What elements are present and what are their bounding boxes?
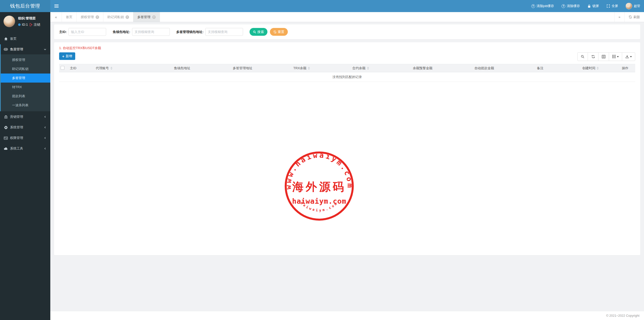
col-balance-warning: 余额预警金额: [391, 64, 454, 72]
sidebar-item-marketing[interactable]: 营销管理: [0, 112, 50, 122]
sidebar-item-permission[interactable]: 权限管理: [0, 133, 50, 143]
lock-screen-button[interactable]: 锁屏: [584, 0, 603, 12]
sidebar-toggle-button[interactable]: [50, 0, 62, 12]
tabs-scroll-right-button[interactable]: »: [614, 12, 624, 22]
sidebar: 组织:管理层 ID:1 注销 首页: [0, 12, 50, 320]
table-refresh-button[interactable]: [588, 52, 598, 61]
user-menu[interactable]: 超管: [622, 0, 644, 12]
chevron-left-icon: [44, 115, 47, 118]
sidebar-item-mnemonic[interactable]: 助记词私钥: [1, 64, 50, 74]
app-title: 钱包后台管理: [0, 0, 50, 12]
fullscreen-button[interactable]: 全屏: [603, 0, 622, 12]
col-created-time[interactable]: 创建时间: [566, 64, 615, 72]
sidebar-item-transfer-trx[interactable]: 转TRX: [1, 83, 50, 92]
refresh-icon: [591, 55, 595, 58]
columns-grid-icon: [612, 55, 616, 58]
tab-home[interactable]: 首页: [62, 12, 77, 22]
chevron-left-icon: [44, 136, 47, 139]
search-button[interactable]: 搜索: [250, 28, 267, 36]
close-icon[interactable]: ×: [126, 15, 129, 19]
user-panel: 组织:管理层 ID:1 注销: [0, 12, 50, 31]
footer: © 2021~2022 Copyright: [50, 311, 644, 320]
clear-cache-button[interactable]: ? 清除缓存: [558, 0, 584, 12]
tabs-scroll-left-button[interactable]: «: [50, 12, 62, 22]
refresh-tab-button[interactable]: 刷新: [624, 12, 644, 22]
sidebar-menu: 首页 鱼苗管理 授权管理 助记词私钥 多签管理 转TRX 提款列表 一波杀列表: [0, 34, 50, 154]
col-main-id: 主ID: [68, 64, 94, 72]
refresh-icon: [273, 30, 276, 33]
avatar: [626, 3, 632, 9]
tab-mnemonic[interactable]: 助记词私钥 ×: [103, 12, 133, 22]
sidebar-item-multisig[interactable]: 多签管理: [1, 74, 50, 83]
col-agent-account[interactable]: 代理账号: [94, 64, 152, 72]
sidebar-item-fish-management[interactable]: 鱼苗管理 授权管理 助记词私钥 多签管理 转TRX 提款列表 一波杀列表: [0, 44, 50, 111]
export-download-icon: [625, 55, 629, 58]
col-contract-balance[interactable]: 合约余额: [331, 64, 391, 72]
sort-icon: [367, 67, 369, 70]
sidebar-item-authorization[interactable]: 授权管理: [1, 55, 50, 64]
chevron-down-icon: [630, 56, 632, 57]
col-auto-withdraw: 自动提款金额: [454, 64, 514, 72]
content-panel: 1. 自动监控TRX和USDT余额 + 新增: [54, 42, 640, 255]
col-multisig-address: 多签管理地址: [212, 64, 273, 72]
col-actions: 操作: [615, 64, 635, 72]
chevron-left-icon: [44, 126, 47, 129]
fish-management-submenu: 授权管理 助记词私钥 多签管理 转TRX 提款列表 一波杀列表: [1, 54, 50, 111]
field-label-multisig-wallet: 多签管理钱包地址:: [176, 30, 204, 34]
tab-bar: « 首页 授权管理 × 助记词私钥 × 多签管理 × » 刷新: [50, 12, 644, 22]
tab-multisig[interactable]: 多签管理 ×: [133, 12, 160, 22]
work-area: 主ID: 鱼钱包地址: 多签管理钱包地址: 搜索 重置: [50, 22, 644, 311]
fish-wallet-input[interactable]: [132, 28, 170, 36]
tab-authorization[interactable]: 授权管理 ×: [77, 12, 103, 22]
sort-icon: [308, 67, 310, 70]
gear-icon: [4, 126, 8, 129]
hamburger-icon: [54, 4, 59, 8]
table-columns-button[interactable]: [609, 52, 622, 61]
sidebar-item-onewave-list[interactable]: 一波杀列表: [1, 101, 50, 110]
fish-management-icon: [4, 48, 8, 51]
select-all-checkbox[interactable]: [61, 66, 64, 70]
table-toolbar: [577, 52, 635, 61]
data-table: 主ID 代理账号 鱼钱包地址 多签管理地址 TRX余额 合约余额 余额预警金额 …: [59, 64, 635, 82]
question-circle-icon: ?: [561, 4, 565, 8]
main-id-input[interactable]: [68, 28, 106, 36]
close-icon[interactable]: ×: [96, 15, 99, 19]
idcard-icon: [4, 136, 8, 140]
field-label-fish-wallet: 鱼钱包地址:: [113, 30, 130, 34]
reset-button[interactable]: 重置: [270, 28, 288, 36]
table-detail-view-button[interactable]: [598, 52, 609, 61]
lock-icon: [587, 4, 591, 8]
sign-out-icon: [29, 23, 32, 26]
user-org: 组织:管理层: [18, 16, 40, 21]
notice-text: 1. 自动监控TRX和USDT余额: [59, 46, 635, 50]
empty-message: 没有找到匹配的记录: [59, 72, 635, 82]
question-circle-icon: ?: [531, 4, 535, 8]
empty-row: 没有找到匹配的记录: [59, 72, 635, 82]
bank-icon: [4, 115, 8, 119]
col-trx-balance[interactable]: TRX余额: [273, 64, 331, 72]
search-panel: 主ID: 鱼钱包地址: 多签管理钱包地址: 搜索 重置: [54, 24, 640, 39]
multisig-wallet-input[interactable]: [205, 28, 243, 36]
sidebar-item-system-tools[interactable]: 系统工具: [0, 144, 50, 154]
sidebar-item-system-management[interactable]: 系统管理: [0, 122, 50, 132]
home-icon: [4, 37, 8, 41]
search-icon: [253, 30, 256, 33]
search-icon: [581, 55, 584, 58]
sidebar-item-withdraw-list[interactable]: 提款列表: [1, 92, 50, 101]
refresh-icon: [629, 15, 632, 19]
clear-job-cache-button[interactable]: ? 清除job缓存: [528, 0, 558, 12]
close-icon[interactable]: ×: [152, 15, 156, 19]
add-button[interactable]: + 新增: [59, 52, 75, 60]
plus-icon: +: [62, 54, 64, 58]
table-export-button[interactable]: [622, 52, 635, 61]
avatar: [4, 16, 15, 27]
logout-link[interactable]: 注销: [34, 22, 40, 27]
top-navbar: 钱包后台管理 ? 清除job缓存 ? 清除缓存 锁屏: [0, 0, 644, 12]
chevron-left-icon: [44, 147, 47, 150]
sort-icon: [110, 67, 112, 70]
copyright-text: © 2021~2022 Copyright: [606, 314, 639, 317]
sidebar-item-home[interactable]: 首页: [0, 34, 50, 44]
cloud-icon: [4, 147, 8, 150]
table-search-button[interactable]: [577, 52, 588, 61]
chevron-down-icon: [617, 56, 619, 57]
